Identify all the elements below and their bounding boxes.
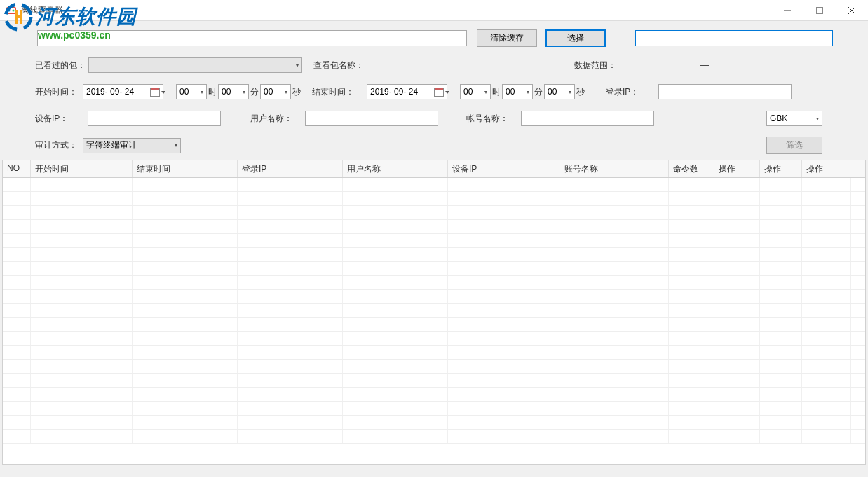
login-ip-label: 登录IP： [606, 86, 639, 98]
table-row[interactable] [3, 192, 865, 206]
col-start-time[interactable]: 开始时间 [31, 160, 133, 177]
table-row[interactable] [3, 318, 865, 332]
end-hour-combo[interactable]: 00▾ [460, 84, 491, 99]
table-row[interactable] [3, 430, 865, 444]
user-name-input[interactable] [305, 111, 438, 126]
col-device-ip[interactable]: 设备IP [448, 160, 560, 177]
encoding-combo[interactable]: GBK▾ [766, 111, 822, 126]
start-date-value: 2019- 09- 24 [86, 87, 134, 97]
col-account[interactable]: 账号名称 [560, 160, 669, 177]
window-title: 离线查看器 [21, 4, 63, 16]
col-op1[interactable]: 操作 [714, 160, 760, 177]
table-row[interactable] [3, 374, 865, 388]
table-row[interactable] [3, 262, 865, 276]
calendar-icon [150, 88, 160, 97]
login-ip-input[interactable] [658, 84, 792, 99]
filter-button[interactable]: 筛选 [766, 137, 822, 154]
end-second-combo[interactable]: 00▾ [544, 84, 575, 99]
window-maximize-button[interactable] [803, 0, 836, 21]
end-date-value: 2019- 09- 24 [370, 87, 418, 97]
table-row[interactable] [3, 402, 865, 416]
seen-package-combo[interactable]: ▾ [88, 57, 302, 73]
data-range-label: 数据范围： [574, 60, 616, 71]
start-minute-combo[interactable]: 00▾ [218, 84, 249, 99]
svg-point-6 [8, 9, 11, 11]
hour-unit-2: 时 [492, 86, 501, 98]
table-row[interactable] [3, 360, 865, 374]
device-ip-input[interactable] [88, 111, 221, 126]
table-row[interactable] [3, 346, 865, 360]
hour-unit-1: 时 [208, 86, 217, 98]
second-unit-1: 秒 [292, 86, 301, 98]
table-row[interactable] [3, 248, 865, 262]
device-ip-label: 设备IP： [35, 113, 68, 125]
col-user-name[interactable]: 用户名称 [343, 160, 448, 177]
end-time-label: 结束时间： [312, 86, 354, 98]
window-close-button[interactable] [836, 0, 868, 21]
calendar-icon [434, 88, 444, 97]
table-row[interactable] [3, 332, 865, 346]
choose-button[interactable]: 选择 [545, 29, 606, 47]
seen-package-label: 已看过的包： [35, 60, 86, 71]
grid-body [3, 178, 865, 444]
start-hour-combo[interactable]: 00▾ [176, 84, 207, 99]
col-op3[interactable]: 操作 [802, 160, 851, 177]
data-range-value: — [700, 60, 709, 70]
grid-header: NO 开始时间 结束时间 登录IP 用户名称 设备IP 账号名称 命令数 操作 … [3, 160, 865, 178]
user-name-label: 用户名称： [250, 113, 292, 125]
table-row[interactable] [3, 206, 865, 220]
table-row[interactable] [3, 178, 865, 192]
table-row[interactable] [3, 220, 865, 234]
table-row[interactable] [3, 388, 865, 402]
minute-unit-1: 分 [250, 86, 259, 98]
clear-cache-button[interactable]: 清除缓存 [477, 29, 537, 47]
minute-unit-2: 分 [534, 86, 543, 98]
second-unit-2: 秒 [576, 86, 585, 98]
end-date-picker[interactable]: 2019- 09- 24 [367, 84, 447, 99]
table-row[interactable] [3, 234, 865, 248]
account-name-input[interactable] [521, 111, 654, 126]
start-time-label: 开始时间： [35, 86, 77, 98]
account-name-label: 帐号名称： [466, 113, 508, 125]
view-package-name-label: 查看包名称： [313, 60, 364, 71]
start-date-picker[interactable]: 2019- 09- 24 [83, 84, 163, 99]
table-row[interactable] [3, 290, 865, 304]
audit-method-label: 审计方式： [35, 139, 77, 151]
start-second-combo[interactable]: 00▾ [260, 84, 291, 99]
app-icon [6, 5, 17, 16]
package-path-input[interactable] [37, 30, 467, 46]
end-minute-combo[interactable]: 00▾ [502, 84, 533, 99]
col-login-ip[interactable]: 登录IP [238, 160, 343, 177]
col-end-time[interactable]: 结束时间 [133, 160, 238, 177]
col-cmd-count[interactable]: 命令数 [669, 160, 714, 177]
table-row[interactable] [3, 416, 865, 430]
table-row[interactable] [3, 276, 865, 290]
window-minimize-button[interactable] [771, 0, 803, 21]
info-box[interactable] [635, 30, 833, 46]
audit-method-combo[interactable]: 字符终端审计▾ [83, 138, 181, 153]
svg-rect-9 [817, 8, 823, 14]
svg-point-7 [13, 9, 15, 11]
results-grid[interactable]: NO 开始时间 结束时间 登录IP 用户名称 设备IP 账号名称 命令数 操作 … [2, 160, 866, 465]
col-op2[interactable]: 操作 [760, 160, 802, 177]
col-no[interactable]: NO [3, 160, 31, 177]
window-titlebar: 离线查看器 [0, 0, 868, 21]
table-row[interactable] [3, 304, 865, 318]
